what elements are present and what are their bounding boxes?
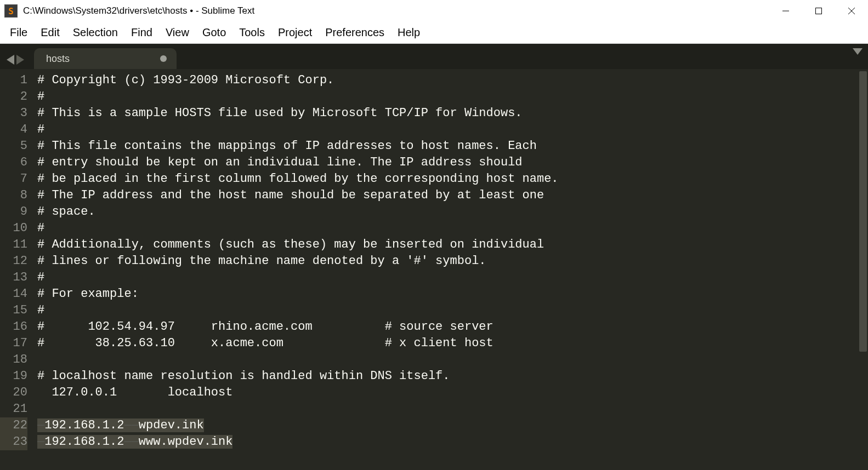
line-number: 23 xyxy=(0,434,27,450)
line-number: 21 xyxy=(0,401,27,417)
menu-item-find[interactable]: Find xyxy=(124,24,159,41)
close-button[interactable] xyxy=(835,0,868,22)
code-line[interactable]: ―192.168.1.2――www.wpdev.ink xyxy=(37,434,868,450)
menu-item-preferences[interactable]: Preferences xyxy=(319,24,391,41)
menu-item-selection[interactable]: Selection xyxy=(66,24,124,41)
menu-item-edit[interactable]: Edit xyxy=(34,24,66,41)
line-number: 10 xyxy=(0,220,27,237)
code-area[interactable]: # Copyright (c) 1993-2009 Microsoft Corp… xyxy=(35,69,868,470)
line-number: 1 xyxy=(0,72,27,89)
menu-item-goto[interactable]: Goto xyxy=(196,24,232,41)
line-number: 16 xyxy=(0,319,27,335)
tab-hosts[interactable]: hosts xyxy=(34,48,177,69)
code-line[interactable]: # lines or following the machine name de… xyxy=(37,253,868,270)
code-line[interactable]: # Additionally, comments (such as these)… xyxy=(37,237,868,253)
line-number: 11 xyxy=(0,237,27,253)
tab-nav-arrows xyxy=(3,55,30,69)
tab-overflow-icon[interactable] xyxy=(853,48,863,55)
code-line[interactable]: # This file contains the mappings of IP … xyxy=(37,138,868,154)
tab-nav-next-icon[interactable] xyxy=(16,55,24,65)
line-number: 20 xyxy=(0,385,27,401)
menu-item-file[interactable]: File xyxy=(3,24,34,41)
tab-nav-prev-icon[interactable] xyxy=(7,55,14,65)
line-number: 12 xyxy=(0,253,27,270)
code-line[interactable]: # For example: xyxy=(37,286,868,302)
code-line[interactable]: # xyxy=(37,89,868,105)
maximize-button[interactable] xyxy=(802,0,835,22)
line-number: 5 xyxy=(0,138,27,154)
line-number: 19 xyxy=(0,368,27,385)
minimize-button[interactable] xyxy=(769,0,802,22)
code-line[interactable]: # 38.25.63.10 x.acme.com # x client host xyxy=(37,335,868,352)
tab-dirty-indicator-icon xyxy=(160,55,167,62)
code-line[interactable]: ―192.168.1.2――wpdev.ink xyxy=(37,417,868,434)
scrollbar-thumb[interactable] xyxy=(859,71,867,352)
line-number: 17 xyxy=(0,335,27,352)
menu-item-help[interactable]: Help xyxy=(391,24,427,41)
menu-item-project[interactable]: Project xyxy=(271,24,319,41)
code-line[interactable]: # xyxy=(37,122,868,138)
window-controls xyxy=(769,0,868,22)
code-line[interactable]: # xyxy=(37,220,868,237)
line-number: 7 xyxy=(0,171,27,187)
code-line[interactable]: # xyxy=(37,270,868,286)
code-line[interactable]: # xyxy=(37,302,868,319)
line-number: 2 xyxy=(0,89,27,105)
code-line[interactable] xyxy=(37,352,868,368)
code-line[interactable]: 127.0.0.1 localhost xyxy=(37,385,868,401)
code-line[interactable] xyxy=(37,401,868,417)
code-line[interactable]: # This is a sample HOSTS file used by Mi… xyxy=(37,105,868,122)
line-number: 9 xyxy=(0,204,27,220)
line-number: 6 xyxy=(0,154,27,171)
line-number: 3 xyxy=(0,105,27,122)
line-number: 22 xyxy=(0,417,27,434)
code-line[interactable]: # The IP address and the host name shoul… xyxy=(37,187,868,204)
vertical-scrollbar[interactable] xyxy=(858,69,868,470)
line-number: 4 xyxy=(0,122,27,138)
editor-chrome: hosts 1234567891011121314151617181920212… xyxy=(0,44,868,470)
line-number-gutter: 1234567891011121314151617181920212223 xyxy=(0,69,35,470)
svg-rect-1 xyxy=(816,8,822,14)
line-number: 14 xyxy=(0,286,27,302)
tab-strip: hosts xyxy=(0,44,868,69)
menu-bar: FileEditSelectionFindViewGotoToolsProjec… xyxy=(0,22,868,44)
line-number: 15 xyxy=(0,302,27,319)
menu-item-tools[interactable]: Tools xyxy=(232,24,271,41)
code-line[interactable]: # be placed in the first column followed… xyxy=(37,171,868,187)
code-line[interactable]: # entry should be kept on an individual … xyxy=(37,154,868,171)
code-line[interactable]: # space. xyxy=(37,204,868,220)
line-number: 8 xyxy=(0,187,27,204)
code-line[interactable]: # localhost name resolution is handled w… xyxy=(37,368,868,385)
tab-label: hosts xyxy=(46,53,70,65)
code-editor[interactable]: 1234567891011121314151617181920212223 # … xyxy=(0,69,868,470)
window-titlebar: S C:\Windows\System32\drivers\etc\hosts … xyxy=(0,0,868,22)
line-number: 18 xyxy=(0,352,27,368)
line-number: 13 xyxy=(0,270,27,286)
code-line[interactable]: # 102.54.94.97 rhino.acme.com # source s… xyxy=(37,319,868,335)
app-icon: S xyxy=(4,4,18,18)
menu-item-view[interactable]: View xyxy=(159,24,196,41)
window-title: C:\Windows\System32\drivers\etc\hosts • … xyxy=(23,5,254,16)
code-line[interactable]: # Copyright (c) 1993-2009 Microsoft Corp… xyxy=(37,72,868,89)
